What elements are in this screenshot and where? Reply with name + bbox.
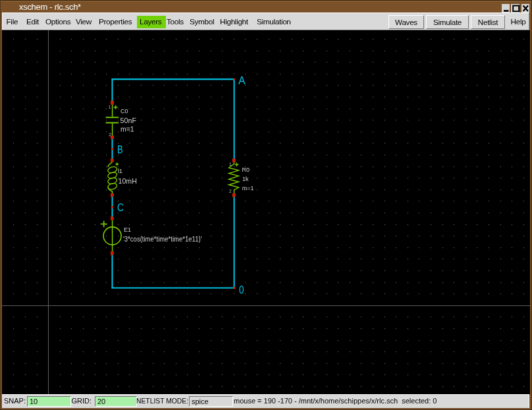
svg-text:m=1: m=1 xyxy=(242,185,254,192)
svg-text:C0: C0 xyxy=(120,108,128,115)
svg-text:l1: l1 xyxy=(118,168,122,174)
svg-text:50nF: 50nF xyxy=(120,116,136,124)
svg-text:'3*cos(time*time*time*1e11)': '3*cos(time*time*time*1e11)' xyxy=(123,235,202,243)
svg-text:m=1: m=1 xyxy=(120,125,134,133)
svg-text:2: 2 xyxy=(229,189,232,193)
svg-text:A: A xyxy=(238,74,246,87)
svg-text:B: B xyxy=(117,143,123,156)
svg-text:1: 1 xyxy=(109,105,111,109)
svg-text:0: 0 xyxy=(239,284,244,296)
svg-text:R0: R0 xyxy=(242,167,250,173)
svg-text:2: 2 xyxy=(109,132,111,137)
svg-text:1: 1 xyxy=(229,162,232,167)
svg-text:E1: E1 xyxy=(124,226,131,233)
svg-text:10mH: 10mH xyxy=(119,177,137,185)
svg-text:1k: 1k xyxy=(242,176,249,182)
svg-text:C: C xyxy=(117,201,124,214)
